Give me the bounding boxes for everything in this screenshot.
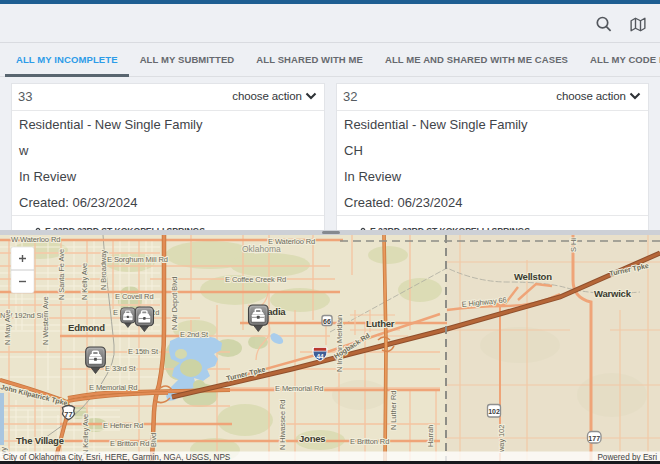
svg-text:Luther: Luther	[366, 318, 395, 329]
svg-text:E 33rd St: E 33rd St	[105, 364, 136, 373]
svg-text:N Broadway: N Broadway	[99, 250, 108, 290]
svg-text:E Sorghum Mill Rd: E Sorghum Mill Rd	[107, 255, 168, 264]
svg-text:N Luther Rd: N Luther Rd	[389, 391, 398, 430]
svg-text:E Coffee Creek Rd: E Coffee Creek Rd	[225, 275, 286, 284]
svg-text:E Britton Rd: E Britton Rd	[110, 439, 149, 448]
svg-text:102: 102	[488, 408, 500, 415]
svg-text:The Village: The Village	[16, 435, 64, 446]
svg-text:N Indian Meridian: N Indian Meridian	[335, 315, 344, 372]
svg-text:Harrah: Harrah	[426, 425, 435, 447]
svg-text:Edmond: Edmond	[68, 322, 105, 333]
svg-text:44: 44	[316, 353, 324, 360]
svg-text:N Kelly Ave: N Kelly Ave	[80, 263, 89, 300]
svg-text:W Waterloo Rd: W Waterloo Rd	[11, 235, 60, 244]
svg-text:Powered by Esri: Powered by Esri	[597, 453, 657, 462]
svg-text:N Western Ave: N Western Ave	[41, 297, 50, 345]
svg-text:E 15th St: E 15th St	[128, 347, 159, 356]
svg-text:E Memorial Rd: E Memorial Rd	[89, 383, 137, 392]
svg-text:66: 66	[323, 318, 331, 325]
svg-text:N Hiwassee Rd: N Hiwassee Rd	[278, 400, 287, 450]
svg-text:177: 177	[588, 435, 600, 442]
svg-text:77: 77	[64, 410, 72, 419]
svg-text:E Hefner Rd: E Hefner Rd	[103, 421, 143, 430]
svg-text:E Memorial Rd: E Memorial Rd	[275, 384, 323, 393]
svg-text:Oklahoma: Oklahoma	[242, 244, 281, 254]
svg-text:E Britton Rd: E Britton Rd	[350, 437, 389, 446]
svg-text:E Covell Rd: E Covell Rd	[115, 292, 154, 301]
svg-text:Wellston: Wellston	[514, 271, 552, 282]
svg-text:Blvd: Blvd	[149, 433, 158, 447]
svg-text:N Kelley Ave: N Kelley Ave	[81, 414, 90, 455]
svg-text:City of Oklahoma City, Esri, H: City of Oklahoma City, Esri, HERE, Garmi…	[3, 453, 231, 462]
svg-text:E 2nd St: E 2nd St	[180, 330, 209, 339]
svg-text:N Air Depot Blvd: N Air Depot Blvd	[170, 277, 179, 330]
svg-text:S Hi: S Hi	[569, 238, 578, 252]
svg-text:way 102: way 102	[497, 425, 506, 453]
svg-text:Warwick: Warwick	[594, 288, 632, 299]
svg-text:Jones: Jones	[299, 433, 325, 444]
svg-text:N Santa Fe Ave: N Santa Fe Ave	[57, 249, 66, 300]
svg-text:N May Ave: N May Ave	[3, 310, 12, 345]
